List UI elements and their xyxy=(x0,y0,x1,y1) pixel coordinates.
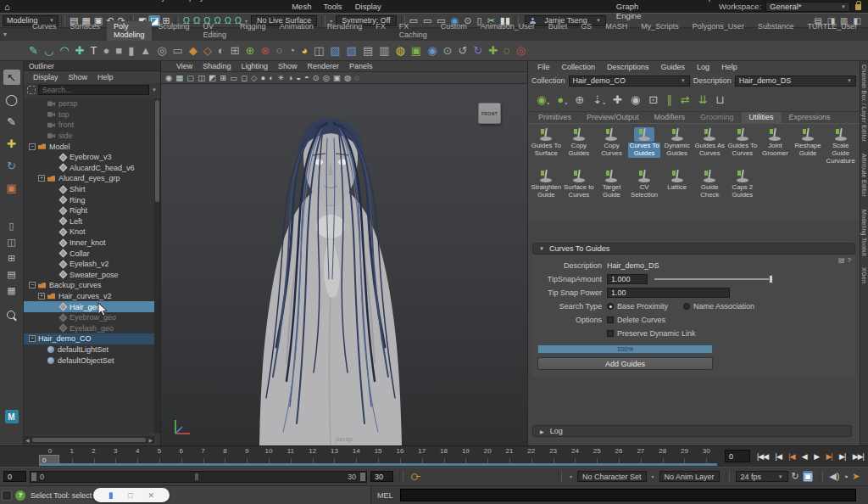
xgen-menu-item[interactable]: Guides xyxy=(655,63,692,71)
outliner-horizontal-scrollbar[interactable]: ◀ ▶ xyxy=(24,436,154,444)
frame-tick[interactable]: 9 xyxy=(236,447,258,464)
xgen-tab[interactable]: Preview/Output xyxy=(579,112,647,123)
go-to-end-button[interactable]: ▶▶| xyxy=(853,452,864,461)
front-sign-object[interactable]: FRONT xyxy=(478,103,501,124)
film-gate-icon[interactable]: ▢ xyxy=(186,73,194,82)
shelf-tab[interactable]: GS xyxy=(574,21,598,41)
select-tool[interactable]: ↖ xyxy=(3,70,20,85)
expand-toggle[interactable] xyxy=(50,325,57,332)
xgen-menu-item[interactable]: Log xyxy=(691,63,715,71)
platonic-icon[interactable]: ◆ xyxy=(189,42,198,59)
animation-start-field[interactable]: 0 xyxy=(3,471,26,482)
xgen-utility-tool[interactable]: Dynamic Guides xyxy=(660,127,693,165)
shelf-tab[interactable]: TURTLE_User xyxy=(800,21,864,41)
help-icon[interactable]: ? xyxy=(15,490,25,501)
expand-toggle[interactable] xyxy=(50,260,57,267)
four-pane-layout-button[interactable]: ⊞ xyxy=(8,253,15,264)
go-to-start-button[interactable]: |◀◀ xyxy=(757,452,768,461)
viewport-menu-item[interactable]: Panels xyxy=(344,62,378,70)
multisample-icon[interactable]: ⊙ xyxy=(313,73,320,82)
mel-command-input[interactable] xyxy=(400,489,856,501)
viewport-menu-item[interactable]: Shading xyxy=(198,62,236,70)
workspace-select[interactable]: General* ▼ xyxy=(765,2,850,12)
frame-tick[interactable]: 5 xyxy=(148,447,170,464)
expand-toggle[interactable] xyxy=(50,154,57,160)
frame-tick[interactable]: 21 xyxy=(498,447,520,464)
frame-tick[interactable]: 24 xyxy=(565,447,587,464)
boolean-union-icon[interactable]: ⊕ xyxy=(246,42,255,59)
expand-toggle[interactable]: − xyxy=(29,282,36,288)
expand-toggle[interactable] xyxy=(38,111,45,118)
viewport-menu-item[interactable]: Renderer xyxy=(302,62,344,70)
character-model[interactable] xyxy=(195,84,466,445)
step-forward-frame-button[interactable]: ▶| xyxy=(839,452,845,461)
two-pane-layout-button[interactable]: ◫ xyxy=(7,237,15,248)
xgen-utility-tool[interactable]: Copy Curves xyxy=(595,127,628,165)
current-frame-field[interactable]: 0 xyxy=(725,450,750,462)
outliner-row[interactable]: + Hair_curves_v2 xyxy=(24,291,154,302)
shelf-tab[interactable]: Curves xyxy=(25,21,64,41)
expand-toggle[interactable]: + xyxy=(38,293,45,300)
xgen-import-export-icon[interactable]: ⇣ ▾ xyxy=(593,93,605,106)
offset-edge-loop-icon[interactable]: ▥ xyxy=(379,42,389,59)
frame-tick[interactable]: 10 xyxy=(258,447,280,464)
outliner-row[interactable]: Eyebrow_geo xyxy=(24,312,154,323)
time-slider[interactable]: 0123456789101112131415161718192021222324… xyxy=(0,445,868,467)
animation-end-field[interactable]: 30 xyxy=(370,471,393,482)
outliner-row[interactable]: Knot xyxy=(24,227,154,238)
shelf-tab[interactable]: Poly Modeling xyxy=(107,21,152,41)
wireframe-icon[interactable]: ◇ xyxy=(251,73,257,82)
close-icon[interactable]: ✕ xyxy=(148,491,155,500)
shelf-tab[interactable]: FX Caching xyxy=(392,21,434,41)
shelf-tab[interactable]: Bullet xyxy=(542,21,575,41)
frame-tick[interactable]: 11 xyxy=(280,447,302,464)
log-section-header[interactable]: ▶ Log xyxy=(532,425,852,437)
delete-curves-checkbox[interactable] xyxy=(607,316,614,323)
shelf-tab[interactable]: FX xyxy=(369,21,392,41)
xgen-utility-tool[interactable]: Straighten Guide xyxy=(530,169,563,199)
mirror-icon[interactable]: ◫ xyxy=(314,42,324,59)
shadows-icon[interactable]: ◑ xyxy=(287,73,292,82)
menu-item[interactable]: Mesh Display xyxy=(349,0,387,20)
frame-tick[interactable]: 22 xyxy=(520,447,542,464)
xgen-preview-toggle-icon[interactable]: ◉ ▾ xyxy=(537,93,549,106)
chevron-down-icon[interactable]: ▼ xyxy=(152,87,157,92)
menu-item[interactable]: Edit xyxy=(40,0,65,20)
bridge-icon[interactable]: ⊞ xyxy=(231,42,240,59)
outliner-row[interactable]: Hair_geo xyxy=(24,301,154,312)
outliner-row[interactable]: Eyebrow_v3 xyxy=(24,152,154,163)
shelf-tab[interactable]: Animation_User xyxy=(474,21,542,41)
outliner-row[interactable]: Eyelash_v2 xyxy=(24,259,154,270)
step-back-frame-button[interactable]: |◀ xyxy=(776,452,782,461)
outliner-menu-item[interactable]: Display xyxy=(29,73,63,81)
frame-tick[interactable]: 30 xyxy=(695,447,717,464)
expand-toggle[interactable]: − xyxy=(29,143,36,150)
menu-item[interactable]: Display xyxy=(171,0,209,20)
paint-select-tool[interactable]: ✎ xyxy=(3,114,20,129)
xgen-sculpt-guide-icon[interactable]: ⇊ xyxy=(698,93,709,106)
pencil-curve-icon[interactable]: ✎ xyxy=(29,42,38,59)
menu-item[interactable]: Mesh xyxy=(254,0,286,20)
normals-icon[interactable]: ↺ xyxy=(458,42,467,59)
shelf-tab[interactable]: Surfaces xyxy=(64,21,108,41)
expand-toggle[interactable] xyxy=(50,165,57,171)
menu-item[interactable]: UV xyxy=(507,0,530,20)
screen-recorder-widget[interactable]: ▮ □ ✕ xyxy=(93,488,170,502)
shelf-tab[interactable]: Substance xyxy=(751,21,801,41)
exposure-icon[interactable]: ◌ xyxy=(354,73,359,82)
section-header[interactable]: ▼ Curves To Guides xyxy=(532,243,855,255)
cone-icon[interactable]: ▲ xyxy=(140,42,151,59)
mel-label[interactable]: MEL xyxy=(371,491,400,500)
hypershade-layout-button[interactable]: ▦ xyxy=(7,285,15,296)
xgen-tab[interactable]: Primitives xyxy=(531,112,579,123)
help-icon[interactable]: ? xyxy=(848,256,851,264)
append-polygon-icon[interactable]: ✚ xyxy=(488,42,498,59)
viewport-panel[interactable]: ViewShadingLightingShowRendererPanels ◉▦… xyxy=(161,61,527,445)
xgen-guides-icon[interactable]: ∥ xyxy=(666,93,673,106)
xgen-menu-item[interactable]: Descriptions xyxy=(601,63,655,71)
xgen-move-guide-icon[interactable]: ⇄ xyxy=(681,93,691,106)
boolean-difference-icon[interactable]: ⊗ xyxy=(261,42,270,59)
previous-key-button[interactable]: |◀ xyxy=(788,452,794,461)
shelf-tab[interactable]: Rigging xyxy=(233,21,273,41)
cube-icon[interactable]: ■ xyxy=(115,42,122,59)
